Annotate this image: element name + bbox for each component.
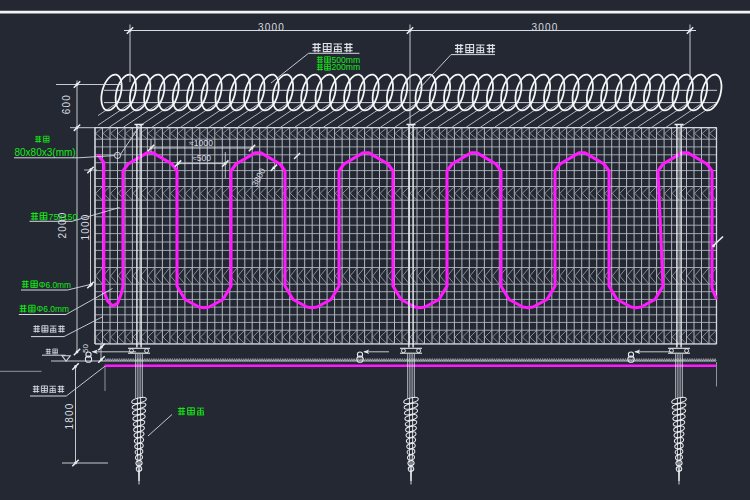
svg-text:3000: 3000 [531,22,558,33]
svg-text:≈1000: ≈1000 [189,138,213,148]
svg-text:3000: 3000 [258,22,285,33]
svg-text:50: 50 [81,344,90,353]
svg-text:≈500: ≈500 [192,153,211,163]
svg-text:Φ6.0mm: Φ6.0mm [39,280,71,290]
svg-text:600: 600 [61,94,72,114]
svg-text:1800: 1800 [64,402,75,429]
svg-text:75x150: 75x150 [49,212,78,222]
svg-text:200mm: 200mm [332,62,361,72]
svg-text:80x80x3(mm): 80x80x3(mm) [15,147,76,158]
svg-text:Φ6.0mm: Φ6.0mm [37,304,69,314]
